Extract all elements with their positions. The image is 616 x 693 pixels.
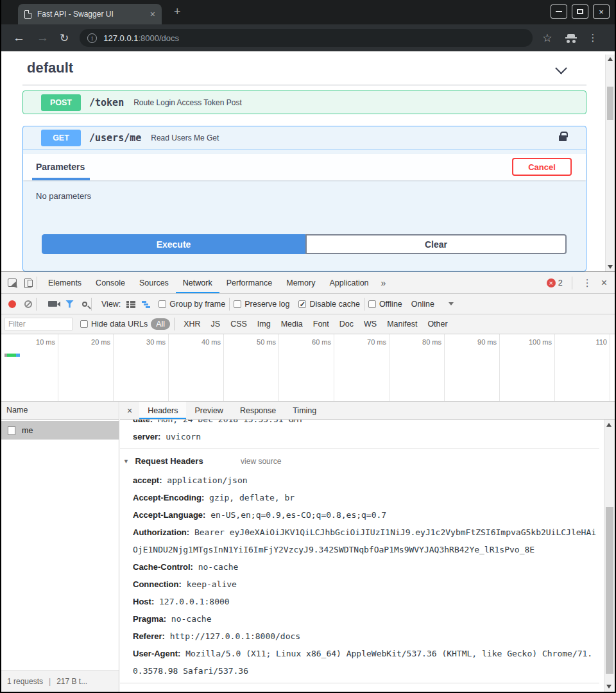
disable-cache-checkbox[interactable]: ✓ (298, 300, 306, 308)
more-tabs-icon[interactable]: » (376, 278, 391, 288)
filter-funnel-icon[interactable] (65, 300, 74, 308)
maximize-button[interactable] (572, 4, 588, 19)
endpoint-post-header[interactable]: POST /token Route Login Access Token Pos… (23, 91, 586, 114)
minimize-button[interactable] (551, 4, 567, 19)
request-header-line: Cache-Control: no-cache (133, 558, 599, 576)
scroll-down-arrow[interactable] (608, 265, 613, 269)
filter-type-ws[interactable]: WS (359, 320, 382, 329)
hide-data-urls-checkbox[interactable] (80, 320, 88, 328)
filter-type-manifest[interactable]: Manifest (382, 320, 422, 329)
browser-menu-icon[interactable]: ⋮ (588, 32, 598, 44)
tab-response[interactable]: Response (232, 402, 284, 419)
filter-type-other[interactable]: Other (422, 320, 452, 329)
scrollbar-thumb[interactable] (606, 507, 613, 674)
filter-type-font[interactable]: Font (308, 320, 334, 329)
tab-application[interactable]: Application (322, 272, 375, 293)
tab-headers[interactable]: Headers (139, 402, 186, 419)
disclosure-triangle-icon[interactable]: ▼ (123, 458, 129, 465)
tab-sources[interactable]: Sources (132, 272, 176, 293)
endpoint-post-token[interactable]: POST /token Route Login Access Token Pos… (22, 90, 586, 114)
throttling-select[interactable]: Online (411, 300, 434, 309)
filter-type-js[interactable]: JS (206, 320, 226, 329)
clear-requests-icon[interactable] (24, 300, 32, 308)
devtools-menu-icon[interactable]: ⋮ (576, 277, 599, 289)
section-title[interactable]: default (27, 60, 73, 76)
request-headers-section-header[interactable]: ▼ Request Headers view source (123, 451, 599, 472)
dropdown-arrow-icon[interactable] (449, 302, 454, 305)
lock-icon[interactable] (559, 135, 567, 141)
bookmark-star-icon[interactable]: ☆ (542, 31, 552, 45)
filter-type-all[interactable]: All (151, 318, 170, 330)
tab-close-icon[interactable]: × (146, 9, 155, 19)
tab-memory[interactable]: Memory (279, 272, 322, 293)
header-value: http://127.0.0.1:8000/docs (170, 631, 301, 641)
view-source-link[interactable]: view source (241, 457, 281, 466)
request-row-me[interactable]: me (1, 421, 119, 440)
page-scrollbar[interactable] (605, 55, 615, 271)
device-toolbar-icon[interactable] (24, 278, 33, 287)
cancel-button[interactable]: Cancel (512, 158, 572, 176)
preserve-log-checkbox[interactable] (234, 300, 241, 308)
group-by-frame-label[interactable]: Group by frame (169, 300, 225, 309)
filter-type-doc[interactable]: Doc (334, 320, 359, 329)
header-name: Pragma: (133, 614, 166, 624)
offline-label[interactable]: Offline (379, 300, 402, 309)
header-name: server: (133, 432, 160, 441)
scroll-down-arrow[interactable] (606, 685, 612, 689)
reload-button[interactable]: ↻ (60, 31, 69, 45)
filter-type-media[interactable]: Media (276, 320, 308, 329)
name-column-header[interactable]: Name (1, 402, 119, 420)
view-label: View: (101, 300, 121, 309)
gridline (334, 334, 334, 401)
tab-preview[interactable]: Preview (186, 402, 231, 419)
scrollbar-thumb[interactable] (607, 87, 613, 120)
scroll-up-arrow[interactable] (606, 423, 612, 427)
disable-cache-label[interactable]: Disable cache (309, 300, 360, 309)
browser-tab[interactable]: Fast API - Swagger UI × (18, 4, 162, 24)
error-badge-icon[interactable]: × (547, 278, 556, 287)
filter-input[interactable] (4, 318, 73, 330)
url-host: 127.0.0.1 (103, 33, 138, 43)
section-divider (120, 683, 599, 683)
close-details-icon[interactable]: × (120, 406, 139, 416)
devtools-close-icon[interactable]: × (599, 277, 615, 289)
tab-console[interactable]: Console (89, 272, 132, 293)
browser-window: Fast API - Swagger UI × + × ← → ↻ i 127.… (1, 0, 615, 692)
parameters-underline (32, 178, 90, 180)
filter-type-css[interactable]: CSS (225, 320, 252, 329)
forward-button[interactable]: → (37, 31, 49, 45)
separator (572, 277, 572, 289)
screenshot-capture-icon[interactable] (48, 301, 57, 307)
chevron-down-icon[interactable] (555, 62, 567, 74)
requests-count: 1 requests (7, 677, 43, 686)
endpoint-get-header[interactable]: GET /users/me Read Users Me Get (23, 126, 586, 150)
gridline (389, 334, 389, 401)
request-header-line: Accept-Encoding: gzip, deflate, br (133, 489, 599, 506)
response-header-line: date: Mon, 24 Dec 2018 15:55:51 GMT (133, 420, 599, 428)
group-by-frame-checkbox[interactable] (158, 300, 166, 308)
new-tab-button[interactable]: + (174, 5, 181, 19)
scroll-up-arrow[interactable] (608, 57, 613, 61)
tab-network[interactable]: Network (176, 272, 219, 293)
execute-button[interactable]: Execute (42, 234, 305, 254)
search-icon[interactable] (82, 302, 87, 307)
record-button[interactable] (8, 300, 16, 308)
details-scrollbar[interactable] (604, 420, 615, 692)
back-button[interactable]: ← (13, 31, 25, 45)
filter-type-img[interactable]: Img (252, 320, 276, 329)
list-view-icon[interactable] (126, 300, 135, 308)
clear-button[interactable]: Clear (305, 234, 567, 254)
filter-type-xhr[interactable]: XHR (178, 320, 205, 329)
tab-timing[interactable]: Timing (284, 402, 325, 419)
address-bar[interactable]: i 127.0.0.1 :8000/docs (80, 29, 533, 47)
hide-data-urls-label[interactable]: Hide data URLs (91, 320, 148, 329)
site-info-icon[interactable]: i (87, 33, 97, 43)
preserve-log-label[interactable]: Preserve log (244, 300, 289, 309)
waterfall-view-icon[interactable] (142, 300, 151, 308)
offline-checkbox[interactable] (368, 300, 376, 308)
timeline-tick: 70 ms (341, 338, 386, 346)
close-button[interactable]: × (593, 4, 610, 19)
tab-performance[interactable]: Performance (219, 272, 280, 293)
inspect-element-icon[interactable] (8, 278, 17, 287)
tab-elements[interactable]: Elements (41, 272, 89, 293)
